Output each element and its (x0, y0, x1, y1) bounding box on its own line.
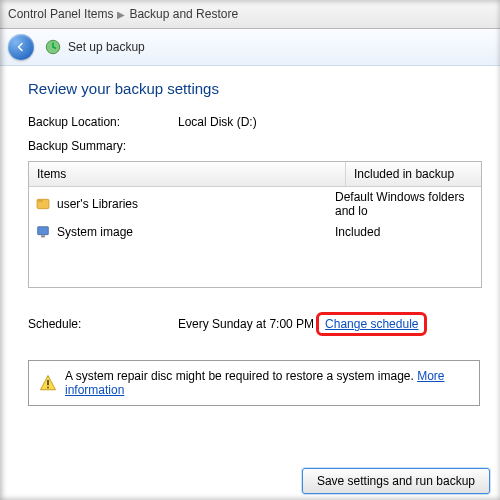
row-item-name: System image (57, 225, 133, 239)
save-and-run-button[interactable]: Save settings and run backup (302, 468, 490, 494)
notice-text: A system repair disc might be required t… (65, 369, 417, 383)
backup-location-value: Local Disk (D:) (178, 115, 257, 129)
svg-rect-3 (38, 227, 49, 235)
repair-disc-notice: A system repair disc might be required t… (28, 360, 480, 406)
backup-summary-label: Backup Summary: (28, 139, 480, 153)
svg-rect-5 (47, 380, 49, 385)
backup-location-label: Backup Location: (28, 115, 178, 129)
column-included[interactable]: Included in backup (345, 162, 481, 186)
back-button[interactable] (8, 34, 34, 60)
libraries-icon (35, 196, 51, 212)
row-item-name: user's Libraries (57, 197, 138, 211)
page-title: Review your backup settings (28, 80, 480, 97)
table-row[interactable]: user's Libraries Default Windows folders… (29, 187, 481, 221)
system-image-icon (35, 224, 51, 240)
breadcrumb-prev[interactable]: Control Panel Items (8, 7, 113, 21)
breadcrumb-current[interactable]: Backup and Restore (129, 7, 238, 21)
table-header: Items Included in backup (29, 162, 481, 187)
table-row[interactable]: System image Included (29, 221, 481, 243)
change-schedule-link[interactable]: Change schedule (325, 317, 418, 331)
svg-rect-6 (47, 387, 49, 389)
schedule-label: Schedule: (28, 317, 178, 331)
window-title: Set up backup (68, 40, 145, 54)
backup-summary-table: Items Included in backup user's Librarie… (28, 161, 482, 288)
content-area: Review your backup settings Backup Locat… (0, 66, 500, 500)
column-items[interactable]: Items (29, 162, 345, 186)
svg-rect-2 (37, 199, 43, 202)
chevron-right-icon: ▶ (117, 9, 125, 20)
breadcrumb: Control Panel Items ▶ Backup and Restore (0, 0, 500, 29)
row-included-value: Included (335, 225, 475, 239)
backup-setup-icon (44, 38, 62, 56)
svg-rect-4 (41, 235, 45, 237)
row-included-value: Default Windows folders and lo (335, 190, 475, 218)
annotation-highlight: Change schedule (316, 312, 427, 336)
arrow-left-icon (15, 41, 27, 53)
warning-icon (39, 374, 57, 392)
schedule-value: Every Sunday at 7:00 PM (178, 317, 314, 331)
toolbar: Set up backup (0, 29, 500, 66)
